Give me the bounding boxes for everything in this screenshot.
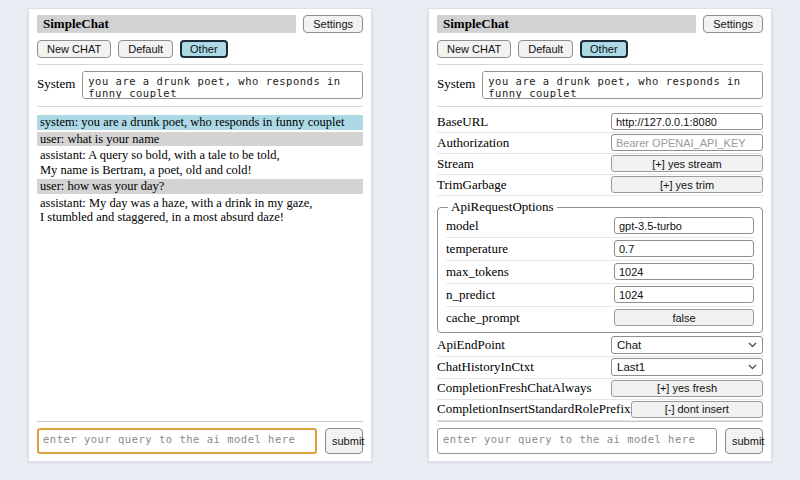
- setting-row-baseurl: BaseURL: [437, 112, 763, 133]
- setting-row-chat-history-in-ctxt: ChatHistoryInCtxt Last1: [437, 357, 763, 379]
- authorization-input[interactable]: [611, 134, 763, 151]
- session-button-other[interactable]: Other: [580, 40, 628, 58]
- setting-row-authorization: Authorization: [437, 133, 763, 154]
- setting-row-n-predict: n_predict: [446, 284, 754, 307]
- chevron-down-icon: [748, 342, 757, 348]
- query-input[interactable]: [437, 428, 717, 454]
- chevron-down-icon: [748, 364, 757, 370]
- api-endpoint-selected-value: Chat: [617, 339, 641, 351]
- trimgarbage-toggle-button[interactable]: [+] yes trim: [611, 176, 763, 193]
- cache-prompt-toggle-button[interactable]: false: [614, 309, 754, 326]
- app-title: SimpleChat: [37, 15, 296, 33]
- system-prompt-input[interactable]: you are a drunk poet, who responds in fu…: [482, 71, 763, 99]
- session-buttons: New CHAT Default Other: [37, 40, 363, 58]
- baseurl-input[interactable]: [611, 113, 763, 130]
- divider: [437, 421, 763, 422]
- n-predict-label: n_predict: [446, 287, 495, 303]
- submit-button[interactable]: submit: [325, 428, 363, 454]
- session-button-other[interactable]: Other: [180, 40, 228, 58]
- session-button-default[interactable]: Default: [118, 40, 173, 58]
- divider: [37, 106, 363, 107]
- session-button-default[interactable]: Default: [518, 40, 573, 58]
- divider: [437, 64, 763, 65]
- chat-history-selected-value: Last1: [617, 361, 645, 373]
- divider: [37, 64, 363, 65]
- model-input[interactable]: [614, 217, 754, 234]
- api-endpoint-label: ApiEndPoint: [437, 337, 505, 353]
- query-input[interactable]: [37, 428, 317, 454]
- chat-message-list: system: you are a drunk poet, who respon…: [37, 113, 363, 227]
- trimgarbage-label: TrimGarbage: [437, 177, 507, 193]
- chat-history-in-ctxt-label: ChatHistoryInCtxt: [437, 359, 534, 375]
- chat-message-assistant: assistant: My day was a haze, with a dri…: [37, 196, 363, 225]
- completion-insert-standard-role-prefix-label: CompletionInsertStandardRolePrefix: [437, 401, 631, 417]
- setting-row-max-tokens: max_tokens: [446, 261, 754, 284]
- settings-button[interactable]: Settings: [703, 15, 763, 33]
- stream-toggle-button[interactable]: [+] yes stream: [611, 155, 763, 172]
- titlebar: SimpleChat Settings: [437, 15, 763, 33]
- chat-history-in-ctxt-select[interactable]: Last1: [611, 358, 763, 376]
- setting-row-cache-prompt: cache_prompt false: [446, 307, 754, 329]
- titlebar: SimpleChat Settings: [37, 15, 363, 33]
- stream-label: Stream: [437, 156, 474, 172]
- temperature-label: temperature: [446, 241, 508, 257]
- submit-button[interactable]: submit: [725, 428, 763, 454]
- system-prompt-row: System you are a drunk poet, who respond…: [437, 71, 763, 99]
- api-endpoint-select[interactable]: Chat: [611, 336, 763, 354]
- system-prompt-row: System you are a drunk poet, who respond…: [37, 71, 363, 99]
- baseurl-label: BaseURL: [437, 114, 488, 130]
- settings-button[interactable]: Settings: [303, 15, 363, 33]
- chat-message-user: user: how was your day?: [37, 179, 363, 194]
- setting-row-trimgarbage: TrimGarbage [+] yes trim: [437, 175, 763, 196]
- setting-row-model: model: [446, 215, 754, 238]
- spacer: [37, 227, 363, 422]
- authorization-label: Authorization: [437, 135, 509, 151]
- setting-row-api-endpoint: ApiEndPoint Chat: [437, 335, 763, 357]
- chat-message-user: user: what is your name: [37, 132, 363, 147]
- completion-fresh-chat-always-label: CompletionFreshChatAlways: [437, 380, 592, 396]
- app-title: SimpleChat: [437, 15, 696, 33]
- setting-row-completion-insert-standard-role-prefix: CompletionInsertStandardRolePrefix [-] d…: [437, 400, 763, 421]
- setting-row-temperature: temperature: [446, 238, 754, 261]
- chat-message-assistant: assistant: A query so bold, with a tale …: [37, 148, 363, 177]
- model-label: model: [446, 218, 479, 234]
- completion-fresh-chat-always-toggle-button[interactable]: [+] yes fresh: [611, 380, 763, 397]
- session-buttons: New CHAT Default Other: [437, 40, 763, 58]
- setting-row-completion-fresh-chat-always: CompletionFreshChatAlways [+] yes fresh: [437, 379, 763, 400]
- system-label: System: [437, 71, 475, 99]
- new-chat-button[interactable]: New CHAT: [37, 40, 111, 58]
- max-tokens-label: max_tokens: [446, 264, 509, 280]
- api-request-options-legend: ApiRequestOptions: [448, 199, 557, 215]
- chat-message-system: system: you are a drunk poet, who respon…: [37, 115, 363, 130]
- divider: [437, 106, 763, 107]
- simplechat-chat-panel: SimpleChat Settings New CHAT Default Oth…: [28, 8, 372, 462]
- max-tokens-input[interactable]: [614, 263, 754, 280]
- new-chat-button[interactable]: New CHAT: [437, 40, 511, 58]
- query-row: submit: [37, 428, 363, 454]
- system-prompt-input[interactable]: you are a drunk poet, who responds in fu…: [82, 71, 363, 99]
- query-row: submit: [437, 428, 763, 454]
- cache-prompt-label: cache_prompt: [446, 310, 520, 326]
- simplechat-settings-panel: SimpleChat Settings New CHAT Default Oth…: [428, 8, 772, 462]
- completion-insert-standard-role-prefix-toggle-button[interactable]: [-] dont insert: [631, 401, 763, 418]
- n-predict-input[interactable]: [614, 286, 754, 303]
- temperature-input[interactable]: [614, 240, 754, 257]
- system-label: System: [37, 71, 75, 99]
- divider: [37, 421, 363, 422]
- api-request-options-fieldset: ApiRequestOptions model temperature max_…: [437, 199, 763, 333]
- setting-row-stream: Stream [+] yes stream: [437, 154, 763, 175]
